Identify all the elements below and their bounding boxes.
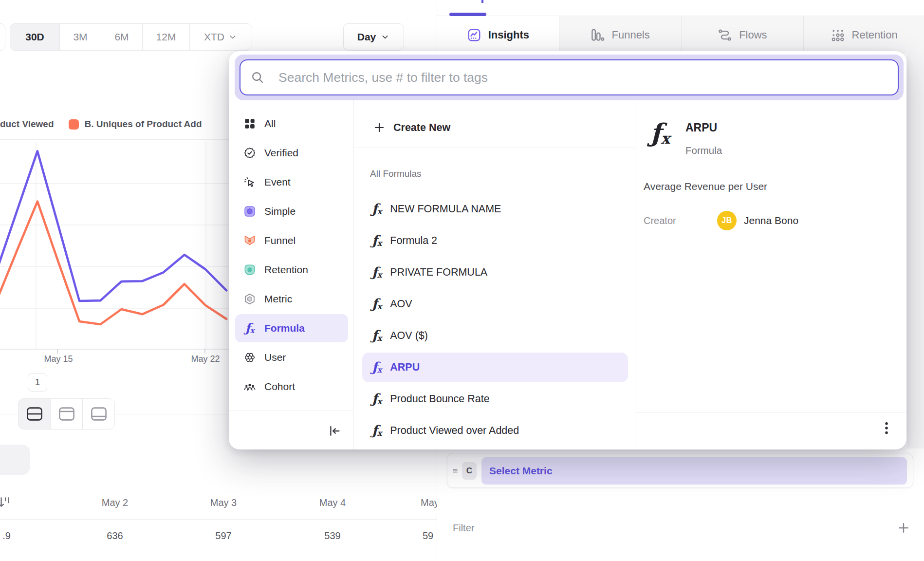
table-row-divider	[0, 552, 437, 552]
formula-name: NEW FORMULA NAME	[390, 203, 501, 215]
formula-item[interactable]: ƒxProduct Bounce Rate	[353, 383, 635, 415]
fx-icon: ƒx	[243, 322, 256, 335]
create-new-label: Create New	[393, 122, 450, 134]
formula-item[interactable]: ƒxARPU	[353, 352, 635, 383]
table-cell-value: 59	[423, 529, 437, 542]
layout-table-only-button[interactable]	[82, 398, 115, 430]
category-label: Funnel	[264, 235, 296, 246]
time-range-control: 30D3M6M12MXTD	[10, 23, 252, 51]
table-cell-value: 539	[294, 529, 371, 542]
select-metric-button[interactable]: Select Metric	[481, 457, 907, 485]
formula-item[interactable]: ƒxProduct Viewed over Added	[353, 415, 635, 447]
line-chart-canvas[interactable]	[0, 139, 243, 370]
category-label: Retention	[264, 264, 308, 276]
granularity-dropdown[interactable]: Day	[343, 23, 404, 51]
formula-name: AOV	[390, 298, 412, 310]
formula-name: ARPU	[390, 361, 420, 374]
formula-item[interactable]: ƒxFormula 2	[353, 225, 635, 257]
legend-label: duct Viewed	[0, 119, 54, 130]
table-column-header[interactable]: May 2	[76, 496, 154, 509]
category-funnel[interactable]: Funnel	[229, 226, 353, 255]
plus-icon	[373, 121, 386, 134]
layout-bottom-icon	[90, 406, 108, 422]
collapse-sidebar-icon[interactable]	[328, 424, 341, 438]
creator-name: Jenna Bono	[744, 215, 798, 226]
formula-item[interactable]: ƒxAOV ($)	[353, 320, 635, 352]
fx-icon: ƒx	[372, 392, 382, 406]
tab-label: Funnels	[611, 29, 649, 41]
insights-icon	[467, 28, 481, 42]
search-input[interactable]	[277, 70, 888, 86]
formula-item[interactable]: ƒxPRIVATE FORMULA	[353, 257, 635, 288]
create-new-button[interactable]: Create New	[353, 114, 635, 141]
metric-row-letter-badge: C	[462, 462, 477, 480]
tab-retention[interactable]: Retention	[803, 16, 924, 54]
chart-series-line[interactable]	[0, 202, 226, 324]
table-column-header[interactable]: May	[421, 496, 437, 509]
table-toolbar-chip[interactable]	[0, 445, 30, 475]
time-range-30d-button[interactable]: 30D	[10, 23, 60, 51]
time-range-label: 6M	[114, 31, 129, 43]
detail-title: ARPU	[685, 121, 717, 134]
category-formula[interactable]: ƒxFormula	[229, 314, 353, 343]
time-range-label: XTD	[204, 31, 224, 43]
category-cohort[interactable]: Cohort	[229, 372, 353, 401]
time-range-label: 12M	[156, 31, 176, 43]
time-range-12m-button[interactable]: 12M	[142, 23, 190, 51]
table-column-header[interactable]: May 4	[294, 496, 371, 509]
formula-item[interactable]: ƒxNEW FORMULA NAME	[353, 193, 635, 225]
legend-item[interactable]: duct Viewed	[0, 119, 54, 130]
filter-section-label: Filter	[453, 523, 474, 534]
add-filter-button[interactable]	[897, 521, 910, 535]
category-user[interactable]: User	[229, 343, 353, 372]
chart-series-line[interactable]	[0, 151, 226, 301]
table-column-header[interactable]: May 3	[185, 496, 262, 509]
formula-name: Product Viewed over Added	[390, 425, 519, 437]
metric-row-card: C Select Metric	[447, 453, 913, 488]
time-range-label: 30D	[25, 31, 44, 43]
search-icon	[250, 70, 265, 85]
formula-item[interactable]: ƒxAOV	[353, 288, 635, 320]
layout-chart-only-button[interactable]	[50, 398, 83, 430]
fx-icon: ƒx	[372, 424, 382, 437]
detail-footer-divider	[635, 412, 906, 413]
category-event[interactable]: Event	[229, 168, 353, 197]
time-range-3m-button[interactable]: 3M	[59, 23, 101, 51]
pagination-page-button[interactable]: 1	[28, 373, 47, 392]
sort-descending-icon[interactable]	[0, 495, 12, 510]
category-label: All	[264, 118, 276, 130]
avatar: JB	[717, 211, 737, 230]
category-metric[interactable]: Metric	[229, 284, 353, 314]
fx-icon: ƒx	[372, 202, 382, 216]
category-verified[interactable]: Verified	[229, 138, 353, 168]
time-range-fragment-button[interactable]	[0, 23, 5, 51]
cohort-people-icon	[243, 380, 256, 393]
formula-name: PRIVATE FORMULA	[390, 266, 487, 279]
legend-item[interactable]: B. Uniques of Product Add	[60, 119, 202, 130]
event-cursor-icon	[243, 176, 256, 188]
more-options-kebab-icon[interactable]	[879, 419, 894, 437]
category-all[interactable]: All	[229, 109, 353, 138]
panel-background-sliver	[907, 16, 924, 449]
category-simple[interactable]: Simple	[229, 197, 353, 226]
drag-handle-icon[interactable]	[451, 467, 459, 475]
retention-icon	[831, 28, 845, 42]
layout-split-button[interactable]	[18, 398, 51, 430]
category-label: Formula	[264, 322, 305, 334]
category-label: Metric	[264, 293, 292, 305]
category-label: User	[264, 352, 286, 363]
chevron-down-icon	[228, 32, 238, 42]
detail-type-label: Formula	[685, 145, 722, 156]
formulas-section-label: All Formulas	[370, 168, 422, 179]
top-strip	[437, 0, 924, 16]
tab-funnels[interactable]: Funnels	[559, 16, 681, 54]
table-header-divider	[0, 519, 437, 520]
time-range-xtd-button[interactable]: XTD	[189, 23, 252, 51]
verified-badge-icon	[243, 147, 256, 159]
legend-swatch	[69, 119, 79, 130]
category-label: Event	[264, 176, 291, 188]
time-range-6m-button[interactable]: 6M	[101, 23, 143, 51]
category-retention[interactable]: Retention	[229, 255, 353, 284]
tab-flows[interactable]: Flows	[681, 16, 804, 54]
tab-insights[interactable]: Insights	[437, 16, 559, 54]
